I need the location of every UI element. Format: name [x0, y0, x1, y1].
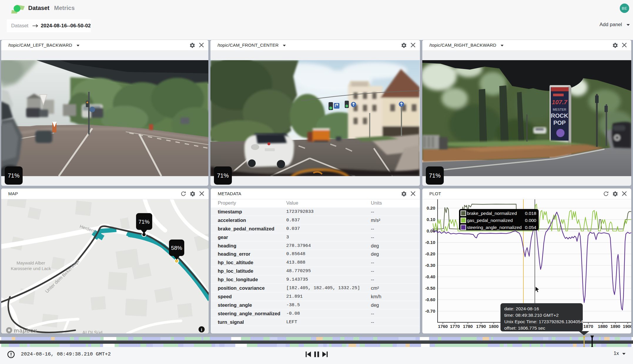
svg-text:58%: 58% [171, 245, 182, 251]
svg-text:0.000: 0.000 [525, 218, 536, 223]
svg-text:1900: 1900 [623, 324, 631, 329]
svg-text:1890: 1890 [610, 324, 620, 329]
svg-text:-0.20: -0.20 [425, 251, 435, 256]
svg-text:0.018: 0.018 [525, 211, 536, 216]
svg-text:-0.60: -0.60 [425, 297, 435, 302]
svg-text:1780: 1780 [463, 324, 473, 329]
svg-text:ROCK: ROCK [551, 112, 568, 119]
svg-text:steering_angle_normalized: steering_angle_normalized [467, 225, 522, 230]
svg-text:71%: 71% [138, 219, 150, 225]
svg-text:Karosserie und Lack: Karosserie und Lack [11, 266, 51, 271]
svg-text:Maywald Alber: Maywald Alber [16, 260, 45, 265]
svg-text:POP: POP [553, 119, 566, 126]
svg-text:brake_pedal_normalized: brake_pedal_normalized [467, 211, 517, 216]
svg-text:-0.70: -0.70 [425, 309, 435, 314]
svg-text:-0.30: -0.30 [425, 263, 435, 268]
svg-text:MESTER: MESTER [553, 108, 566, 111]
svg-text:-0.40: -0.40 [425, 274, 435, 279]
svg-text:ALDI Süd: ALDI Süd [82, 330, 102, 333]
svg-text:-0.50: -0.50 [425, 286, 435, 291]
svg-text:1790: 1790 [476, 324, 486, 329]
svg-text:i: i [201, 328, 202, 332]
svg-text:0.054: 0.054 [525, 225, 536, 230]
svg-text:1880: 1880 [598, 324, 607, 329]
svg-text:1760: 1760 [438, 324, 448, 329]
svg-text:1770: 1770 [450, 324, 460, 329]
svg-text:0.20: 0.20 [427, 205, 435, 210]
svg-text:mapbox: mapbox [14, 327, 37, 333]
svg-text:gas_pedal_normalized: gas_pedal_normalized [467, 218, 513, 223]
svg-text:107.7: 107.7 [552, 99, 568, 105]
svg-text:0.10: 0.10 [427, 217, 435, 222]
svg-text:1870: 1870 [583, 324, 593, 329]
svg-text:-0.10: -0.10 [425, 240, 435, 245]
svg-text:1800: 1800 [489, 324, 498, 329]
